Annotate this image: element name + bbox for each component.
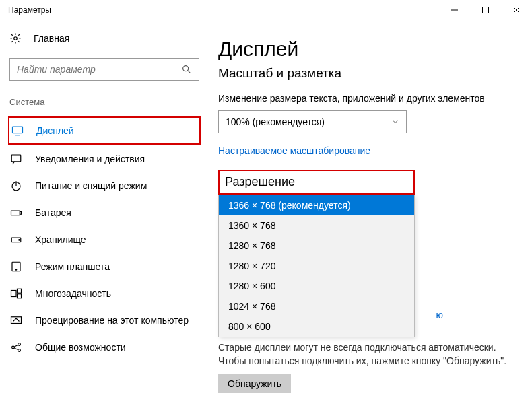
section-scale-heading: Масштаб и разметка xyxy=(218,66,523,81)
scale-label: Изменение размера текста, приложений и д… xyxy=(218,93,523,104)
window-title: Параметры xyxy=(8,5,51,15)
search-icon xyxy=(181,64,192,75)
resolution-dropdown[interactable]: 1366 × 768 (рекомендуется) 1360 × 768 12… xyxy=(218,195,415,337)
sidebar-item-power[interactable]: Питание и спящий режим xyxy=(8,173,201,199)
sidebar-item-label: Дисплей xyxy=(36,125,74,136)
monitor-icon xyxy=(11,125,24,137)
gear-icon xyxy=(9,32,22,44)
home-label: Главная xyxy=(34,33,69,44)
main-panel: Дисплей Масштаб и разметка Изменение раз… xyxy=(209,20,532,414)
battery-icon xyxy=(9,207,23,219)
search-box[interactable] xyxy=(9,58,199,81)
resolution-option[interactable]: 1280 × 720 xyxy=(219,256,414,276)
resolution-option[interactable]: 1024 × 768 xyxy=(219,296,414,316)
storage-icon xyxy=(9,234,23,246)
share-icon xyxy=(9,341,23,353)
old-display-note: Старые дисплеи могут не всегда подключат… xyxy=(218,341,523,368)
sidebar-item-storage[interactable]: Хранилище xyxy=(8,227,201,252)
svg-point-17 xyxy=(15,269,17,271)
window-controls xyxy=(439,0,532,20)
sidebar-item-label: Батарея xyxy=(35,207,71,218)
sidebar-item-display[interactable]: Дисплей xyxy=(8,116,201,145)
svg-line-26 xyxy=(14,348,18,350)
sidebar: Главная Система Дисплей Уведомления и де… xyxy=(0,20,209,414)
sidebar-item-label: Многозадачность xyxy=(35,288,111,299)
sidebar-item-label: Питание и спящий режим xyxy=(35,180,147,191)
tablet-icon xyxy=(9,261,23,273)
project-icon xyxy=(9,314,23,326)
svg-rect-7 xyxy=(13,127,23,133)
svg-rect-9 xyxy=(11,155,21,162)
detect-button[interactable]: Обнаружить xyxy=(218,374,291,393)
sidebar-item-shared[interactable]: Общие возможности xyxy=(8,335,201,360)
sidebar-item-label: Общие возможности xyxy=(35,342,126,353)
svg-rect-20 xyxy=(18,294,22,298)
resolution-heading: Разрешение xyxy=(218,170,415,195)
notification-icon xyxy=(9,153,23,165)
sidebar-item-multitask[interactable]: Многозадачность xyxy=(8,281,201,306)
behind-link-fragment: ю xyxy=(436,310,444,320)
svg-point-4 xyxy=(14,37,18,40)
resolution-option[interactable]: 1280 × 768 xyxy=(219,236,414,256)
scale-value: 100% (рекомендуется) xyxy=(226,116,325,127)
close-button[interactable] xyxy=(501,0,532,20)
sidebar-item-label: Хранилище xyxy=(35,234,86,245)
category-label: Система xyxy=(9,97,199,107)
page-title: Дисплей xyxy=(218,38,523,61)
svg-rect-18 xyxy=(11,291,17,297)
sidebar-item-battery[interactable]: Батарея xyxy=(8,200,201,226)
custom-scaling-link[interactable]: Настраиваемое масштабирование xyxy=(218,145,370,156)
svg-rect-13 xyxy=(20,212,22,215)
svg-rect-1 xyxy=(483,7,489,13)
resolution-option[interactable]: 1366 × 768 (рекомендуется) xyxy=(219,195,414,215)
svg-line-6 xyxy=(188,71,191,73)
svg-rect-19 xyxy=(18,289,22,293)
svg-line-25 xyxy=(14,345,18,347)
svg-rect-12 xyxy=(11,211,20,215)
maximize-button[interactable] xyxy=(470,0,501,20)
sidebar-item-tablet[interactable]: Режим планшета xyxy=(8,254,201,279)
resolution-option[interactable]: 1360 × 768 xyxy=(219,215,414,236)
scale-select[interactable]: 100% (рекомендуется) xyxy=(218,110,407,133)
power-icon xyxy=(9,180,23,192)
sidebar-item-projecting[interactable]: Проецирование на этот компьютер xyxy=(8,308,201,333)
sidebar-item-label: Проецирование на этот компьютер xyxy=(35,315,189,326)
sidebar-item-label: Режим планшета xyxy=(35,261,110,272)
sidebar-item-label: Уведомления и действия xyxy=(35,153,145,164)
minimize-button[interactable] xyxy=(439,0,470,20)
home-button[interactable]: Главная xyxy=(9,32,199,44)
titlebar: Параметры xyxy=(0,0,532,20)
resolution-option[interactable]: 800 × 600 xyxy=(219,316,414,337)
multitask-icon xyxy=(9,287,23,300)
chevron-down-icon xyxy=(391,118,399,126)
search-input[interactable] xyxy=(17,64,181,75)
svg-point-5 xyxy=(183,66,189,71)
resolution-option[interactable]: 1280 × 600 xyxy=(219,276,414,296)
sidebar-item-notifications[interactable]: Уведомления и действия xyxy=(8,146,201,172)
svg-point-15 xyxy=(19,240,20,241)
